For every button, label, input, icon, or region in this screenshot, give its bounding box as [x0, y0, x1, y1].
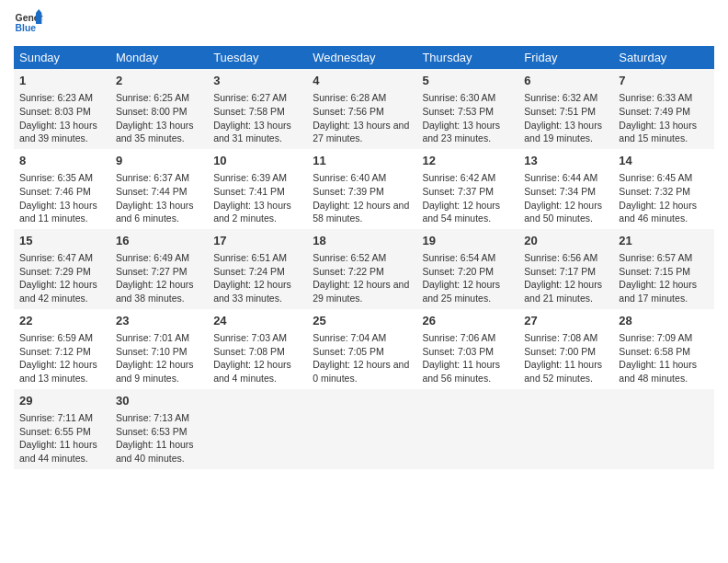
- sunset: Sunset: 7:22 PM: [313, 266, 384, 277]
- calendar-cell: [307, 389, 416, 469]
- calendar-cell: 1Sunrise: 6:23 AMSunset: 8:03 PMDaylight…: [14, 69, 110, 149]
- day-number: 24: [213, 313, 301, 329]
- calendar-cell: 22Sunrise: 6:59 AMSunset: 7:12 PMDayligh…: [14, 309, 110, 389]
- day-number: 29: [19, 393, 105, 409]
- sunset: Sunset: 7:15 PM: [619, 266, 690, 277]
- page-container: General Blue SundayMondayTuesdayWednesda…: [0, 0, 728, 478]
- calendar-cell: 3Sunrise: 6:27 AMSunset: 7:58 PMDaylight…: [208, 69, 307, 149]
- sunrise: Sunrise: 6:49 AM: [116, 252, 189, 263]
- day-number: 27: [524, 313, 608, 329]
- sunset: Sunset: 7:39 PM: [313, 186, 384, 197]
- day-number: 20: [524, 233, 608, 249]
- calendar-cell: 28Sunrise: 7:09 AMSunset: 6:58 PMDayligh…: [613, 309, 714, 389]
- sunset: Sunset: 7:29 PM: [19, 266, 91, 277]
- sunset: Sunset: 7:00 PM: [524, 346, 596, 357]
- sunrise: Sunrise: 6:35 AM: [19, 172, 93, 183]
- day-number: 23: [116, 313, 202, 329]
- daylight-label: Daylight: 13 hours and 2 minutes.: [213, 200, 291, 224]
- sunrise: Sunrise: 6:32 AM: [524, 92, 597, 103]
- day-number: 13: [524, 153, 608, 169]
- day-number: 3: [213, 73, 301, 89]
- sunrise: Sunrise: 7:01 AM: [116, 332, 189, 343]
- day-number: 6: [524, 73, 608, 89]
- sunrise: Sunrise: 6:44 AM: [524, 172, 597, 183]
- sunrise: Sunrise: 6:27 AM: [213, 92, 287, 103]
- daylight-label: Daylight: 12 hours and 50 minutes.: [524, 200, 602, 224]
- daylight-label: Daylight: 13 hours and 35 minutes.: [116, 120, 194, 144]
- daylight-label: Daylight: 12 hours and 17 minutes.: [619, 279, 697, 304]
- daylight-label: Daylight: 13 hours and 39 minutes.: [19, 120, 97, 144]
- sunrise: Sunrise: 7:13 AM: [116, 412, 189, 423]
- calendar-cell: 11Sunrise: 6:40 AMSunset: 7:39 PMDayligh…: [307, 149, 416, 229]
- sunset: Sunset: 6:55 PM: [19, 426, 91, 437]
- sunrise: Sunrise: 6:42 AM: [422, 172, 495, 183]
- calendar-week-row: 22Sunrise: 6:59 AMSunset: 7:12 PMDayligh…: [14, 309, 714, 389]
- sunset: Sunset: 7:05 PM: [313, 346, 384, 357]
- daylight-label: Daylight: 12 hours and 29 minutes.: [313, 279, 409, 304]
- day-number: 10: [213, 153, 301, 169]
- sunset: Sunset: 6:58 PM: [619, 346, 690, 357]
- sunrise: Sunrise: 7:09 AM: [619, 332, 692, 343]
- logo-icon: General Blue: [14, 9, 43, 39]
- sunrise: Sunrise: 7:08 AM: [524, 332, 597, 343]
- daylight-label: Daylight: 12 hours and 46 minutes.: [619, 200, 697, 224]
- sunset: Sunset: 7:20 PM: [422, 266, 494, 277]
- sunrise: Sunrise: 6:30 AM: [422, 92, 495, 103]
- header-cell-saturday: Saturday: [613, 46, 714, 69]
- sunrise: Sunrise: 6:57 AM: [619, 252, 692, 263]
- svg-text:Blue: Blue: [16, 23, 37, 33]
- sunrise: Sunrise: 6:28 AM: [313, 92, 386, 103]
- day-number: 1: [19, 73, 105, 89]
- sunrise: Sunrise: 6:54 AM: [422, 252, 495, 263]
- svg-marker-3: [36, 9, 41, 13]
- sunset: Sunset: 7:46 PM: [19, 186, 91, 197]
- sunset: Sunset: 7:53 PM: [422, 106, 494, 117]
- calendar-header-row: SundayMondayTuesdayWednesdayThursdayFrid…: [14, 46, 714, 69]
- header-cell-sunday: Sunday: [14, 46, 110, 69]
- sunset: Sunset: 7:10 PM: [116, 346, 188, 357]
- day-number: 25: [313, 313, 411, 329]
- sunrise: Sunrise: 7:11 AM: [19, 412, 93, 423]
- daylight-label: Daylight: 12 hours and 54 minutes.: [422, 200, 500, 224]
- daylight-label: Daylight: 11 hours and 48 minutes.: [619, 359, 697, 384]
- logo: General Blue: [14, 9, 47, 39]
- day-number: 8: [19, 153, 105, 169]
- calendar-cell: [613, 389, 714, 469]
- sunrise: Sunrise: 6:25 AM: [116, 92, 189, 103]
- calendar-cell: 26Sunrise: 7:06 AMSunset: 7:03 PMDayligh…: [416, 309, 518, 389]
- calendar-cell: 5Sunrise: 6:30 AMSunset: 7:53 PMDaylight…: [416, 69, 518, 149]
- sunset: Sunset: 7:56 PM: [313, 106, 384, 117]
- sunset: Sunset: 7:44 PM: [116, 186, 188, 197]
- daylight-label: Daylight: 13 hours and 23 minutes.: [422, 120, 500, 144]
- day-number: 15: [19, 233, 105, 249]
- calendar-week-row: 29Sunrise: 7:11 AMSunset: 6:55 PMDayligh…: [14, 389, 714, 469]
- day-number: 16: [116, 233, 202, 249]
- sunrise: Sunrise: 6:39 AM: [213, 172, 287, 183]
- day-number: 28: [619, 313, 709, 329]
- calendar-cell: 2Sunrise: 6:25 AMSunset: 8:00 PMDaylight…: [110, 69, 208, 149]
- daylight-label: Daylight: 12 hours and 0 minutes.: [313, 359, 409, 384]
- day-number: 9: [116, 153, 202, 169]
- calendar-cell: 30Sunrise: 7:13 AMSunset: 6:53 PMDayligh…: [110, 389, 208, 469]
- day-number: 12: [422, 153, 513, 169]
- daylight-label: Daylight: 11 hours and 52 minutes.: [524, 359, 602, 384]
- sunrise: Sunrise: 6:23 AM: [19, 92, 93, 103]
- daylight-label: Daylight: 12 hours and 58 minutes.: [313, 200, 409, 224]
- sunset: Sunset: 7:24 PM: [213, 266, 285, 277]
- sunrise: Sunrise: 6:56 AM: [524, 252, 597, 263]
- sunrise: Sunrise: 7:03 AM: [213, 332, 287, 343]
- calendar-cell: 15Sunrise: 6:47 AMSunset: 7:29 PMDayligh…: [14, 229, 110, 309]
- day-number: 4: [313, 73, 411, 89]
- calendar-cell: 23Sunrise: 7:01 AMSunset: 7:10 PMDayligh…: [110, 309, 208, 389]
- header-cell-tuesday: Tuesday: [208, 46, 307, 69]
- calendar-cell: 7Sunrise: 6:33 AMSunset: 7:49 PMDaylight…: [613, 69, 714, 149]
- sunrise: Sunrise: 6:59 AM: [19, 332, 93, 343]
- sunset: Sunset: 7:03 PM: [422, 346, 494, 357]
- sunset: Sunset: 7:41 PM: [213, 186, 285, 197]
- daylight-label: Daylight: 12 hours and 25 minutes.: [422, 279, 500, 304]
- header-cell-thursday: Thursday: [416, 46, 518, 69]
- sunset: Sunset: 8:03 PM: [19, 106, 91, 117]
- calendar-cell: 18Sunrise: 6:52 AMSunset: 7:22 PMDayligh…: [307, 229, 416, 309]
- sunset: Sunset: 6:53 PM: [116, 426, 188, 437]
- calendar-cell: [208, 389, 307, 469]
